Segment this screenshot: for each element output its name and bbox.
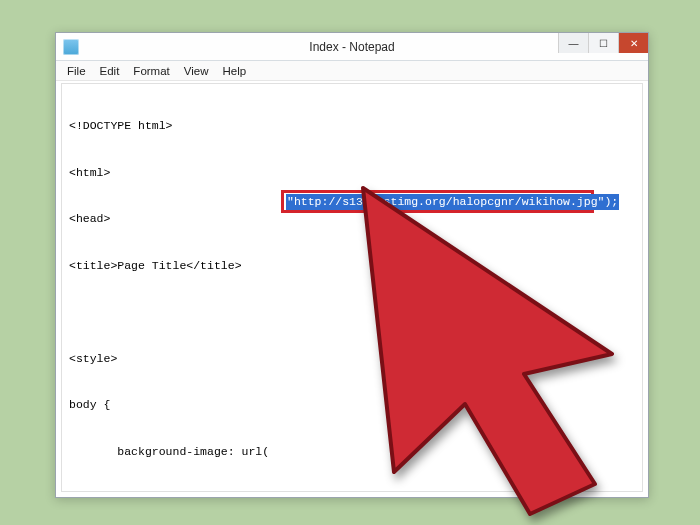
- notepad-icon: [63, 39, 79, 55]
- close-button[interactable]: ✕: [618, 33, 648, 53]
- code-line: [69, 304, 635, 320]
- menu-file[interactable]: File: [60, 63, 93, 79]
- window-controls: — ☐ ✕: [558, 33, 648, 53]
- code-line: <head>: [69, 211, 635, 227]
- titlebar[interactable]: Index - Notepad — ☐ ✕: [56, 33, 648, 61]
- menubar: File Edit Format View Help: [56, 61, 648, 81]
- text-editor[interactable]: <!DOCTYPE html> <html> <head> <title>Pag…: [61, 83, 643, 492]
- menu-help[interactable]: Help: [216, 63, 254, 79]
- notepad-window: Index - Notepad — ☐ ✕ File Edit Format V…: [55, 32, 649, 498]
- menu-edit[interactable]: Edit: [93, 63, 127, 79]
- code-line: }: [69, 490, 635, 492]
- maximize-button[interactable]: ☐: [588, 33, 618, 53]
- menu-view[interactable]: View: [177, 63, 216, 79]
- code-line: body {: [69, 397, 635, 413]
- code-line: <!DOCTYPE html>: [69, 118, 635, 134]
- menu-format[interactable]: Format: [126, 63, 176, 79]
- code-line: <title>Page Title</title>: [69, 258, 635, 274]
- code-text: background-image: url(: [69, 445, 269, 458]
- code-line: <style>: [69, 351, 635, 367]
- selected-url-text: "http://s13.postimg.org/halopcgnr/wikiho…: [286, 194, 619, 210]
- minimize-button[interactable]: —: [558, 33, 588, 53]
- code-line: <html>: [69, 165, 635, 181]
- code-line: background-image: url(: [69, 444, 635, 460]
